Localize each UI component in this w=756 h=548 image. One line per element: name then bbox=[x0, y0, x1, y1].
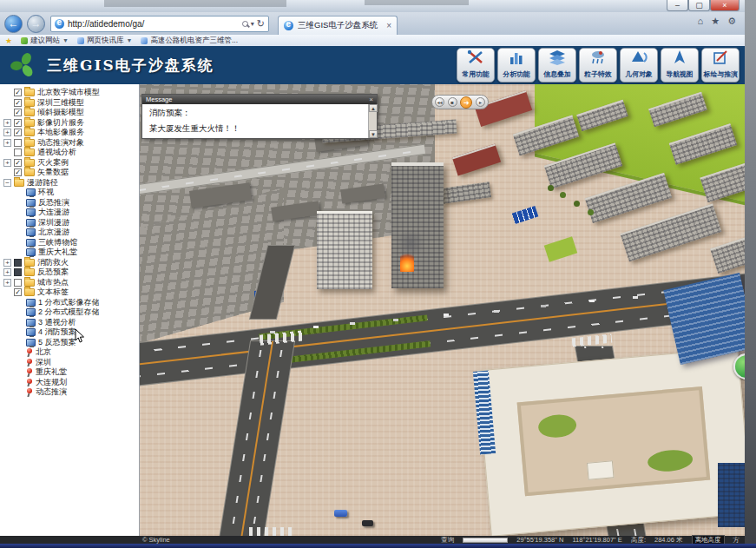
latitude-value: 29°55'19.358" N bbox=[516, 536, 563, 544]
message-scrollbar[interactable]: ▲ ▼ bbox=[368, 104, 377, 138]
browser-navbar: ← → http://atidedemo/ga/ ▾ ↻ 三维GIS电子沙盘系统… bbox=[0, 12, 745, 35]
back-button[interactable]: ← bbox=[4, 15, 23, 33]
tree-checkbox[interactable]: ✓ bbox=[14, 119, 22, 127]
map-viewport[interactable]: Message × 消防预案： 某大厦发生重大火情！！ ▲ ▼ ◂◂ ■ ➜ ▸ bbox=[140, 84, 745, 536]
folder-icon bbox=[24, 279, 35, 287]
add-favorite-icon[interactable]: ★ bbox=[5, 36, 12, 45]
url-text[interactable]: http://atidedemo/ga/ bbox=[68, 19, 239, 29]
stop-button[interactable]: ■ bbox=[448, 97, 457, 107]
tree-checkbox[interactable] bbox=[14, 279, 22, 287]
toolbar-button-常用功能[interactable]: 常用功能 bbox=[457, 48, 495, 83]
tree-item[interactable]: +消防救火 bbox=[0, 258, 139, 268]
tree-item[interactable]: 动态推演 bbox=[0, 387, 139, 398]
expand-icon[interactable]: + bbox=[3, 129, 11, 136]
rewind-button[interactable]: ◂◂ bbox=[435, 97, 444, 107]
refresh-icon[interactable]: ↻ bbox=[257, 18, 265, 30]
highrise-tower bbox=[391, 162, 444, 288]
forward-step-button[interactable]: ▸ bbox=[476, 97, 485, 107]
windows-taskbar[interactable] bbox=[0, 544, 756, 548]
toolbar-button-label: 信息叠加 bbox=[543, 69, 570, 79]
tree-checkbox[interactable]: ✓ bbox=[14, 109, 22, 116]
tab-close-icon[interactable]: × bbox=[386, 21, 391, 30]
home-icon[interactable]: ⌂ bbox=[698, 16, 704, 27]
play-button[interactable]: ➜ bbox=[460, 96, 472, 109]
tree-checkbox[interactable]: ✓ bbox=[14, 168, 22, 176]
layer-tree-panel[interactable]: ✓北京数字城市模型✓深圳三维模型✓倾斜摄影模型+✓影像切片服务+✓本地影像服务+… bbox=[0, 84, 140, 536]
tree-item[interactable]: ✓矢量数据 bbox=[0, 168, 139, 178]
message-close-icon[interactable]: × bbox=[369, 95, 373, 104]
navigation-icon bbox=[670, 50, 689, 69]
expand-icon[interactable]: + bbox=[3, 268, 11, 276]
folder-icon bbox=[24, 149, 35, 156]
forward-button[interactable]: → bbox=[27, 15, 45, 33]
tree-checkbox[interactable]: ✓ bbox=[14, 288, 22, 296]
collapse-icon[interactable]: − bbox=[3, 179, 11, 187]
minimize-button[interactable]: – bbox=[667, 0, 688, 11]
toolbar-button-几何对象[interactable]: 几何对象 bbox=[620, 48, 658, 83]
tree-item[interactable]: 大连漫游 bbox=[0, 208, 139, 218]
longitude-value: 118°21'19.807" E bbox=[572, 536, 621, 544]
tree-item[interactable]: +反恐预案 bbox=[0, 267, 139, 278]
scroll-down-icon[interactable]: ▼ bbox=[369, 130, 378, 138]
tree-checkbox[interactable] bbox=[14, 259, 22, 267]
traffic-cars bbox=[313, 326, 319, 328]
playback-control: ◂◂ ■ ➜ ▸ bbox=[431, 95, 489, 109]
favorite-item[interactable]: 建议网站▼ bbox=[21, 36, 69, 46]
solar-panels bbox=[512, 206, 539, 224]
toolbar-button-分析功能[interactable]: 分析功能 bbox=[497, 48, 536, 83]
tree-item[interactable]: 反恐推演 bbox=[0, 198, 139, 208]
toolbar-button-信息叠加[interactable]: 信息叠加 bbox=[538, 48, 576, 83]
toolbar-button-标绘与推演[interactable]: 标绘与推演 bbox=[701, 48, 740, 83]
tree-item[interactable]: 通视域分析 bbox=[0, 148, 139, 158]
tree-item[interactable]: +✓灭火案例 bbox=[0, 158, 139, 168]
tree-item[interactable]: −漫游路径 bbox=[0, 178, 139, 188]
expand-icon[interactable]: + bbox=[3, 159, 11, 167]
tree-checkbox[interactable] bbox=[14, 139, 22, 147]
toolbar-button-粒子特效[interactable]: 粒子特效 bbox=[579, 48, 617, 83]
scroll-up-icon[interactable]: ▲ bbox=[369, 104, 378, 112]
garden-patch bbox=[647, 448, 694, 472]
search-icon[interactable] bbox=[242, 21, 248, 27]
tree-checkbox[interactable]: ✓ bbox=[14, 89, 22, 96]
favorites-star-icon[interactable]: ★ bbox=[711, 16, 720, 27]
expand-icon[interactable]: + bbox=[3, 119, 11, 127]
tree-item[interactable]: 深圳漫游 bbox=[0, 218, 139, 228]
office-building bbox=[317, 211, 372, 289]
tree-item[interactable]: 深圳 bbox=[0, 358, 139, 368]
tree-checkbox[interactable]: ✓ bbox=[14, 129, 22, 136]
address-bar[interactable]: http://atidedemo/ga/ ▾ ↻ bbox=[50, 16, 269, 32]
tree-checkbox[interactable]: ✓ bbox=[14, 99, 22, 107]
tree-checkbox[interactable] bbox=[14, 268, 22, 276]
message-window[interactable]: Message × 消防预案： 某大厦发生重大火情！！ ▲ ▼ bbox=[141, 94, 378, 139]
expand-icon[interactable]: + bbox=[3, 139, 11, 147]
tree-checkbox[interactable] bbox=[14, 149, 22, 156]
inner-courtyard bbox=[517, 386, 711, 496]
tree-item[interactable]: 北京 bbox=[0, 347, 139, 358]
tree-item[interactable]: 重庆大礼堂 bbox=[0, 248, 139, 258]
toolbar-button-导航视图[interactable]: 导航视图 bbox=[661, 48, 699, 83]
maximize-button[interactable]: ▢ bbox=[688, 0, 710, 11]
settings-gear-icon[interactable]: ⚙ bbox=[727, 16, 736, 27]
favorite-item[interactable]: 高速公路机电资产三维管... bbox=[141, 36, 238, 46]
pin-icon bbox=[26, 368, 33, 376]
ie-page-icon bbox=[284, 21, 293, 30]
chevron-down-icon[interactable]: ▾ bbox=[251, 20, 254, 28]
tree-item[interactable]: 5 反恐预案 bbox=[0, 338, 139, 348]
expand-icon[interactable]: + bbox=[3, 259, 11, 267]
browser-titlebar[interactable]: – ▢ × bbox=[0, 0, 745, 12]
tree-item[interactable]: 大连规划 bbox=[0, 378, 139, 388]
message-titlebar[interactable]: Message × bbox=[142, 95, 377, 104]
tree-item[interactable]: 重庆礼堂 bbox=[0, 367, 139, 378]
page-icon bbox=[141, 37, 148, 44]
favorite-item[interactable]: 网页快讯库▼ bbox=[77, 36, 132, 46]
browser-tab[interactable]: 三维GIS电子沙盘系统 × bbox=[278, 16, 398, 35]
close-button[interactable]: × bbox=[710, 0, 740, 11]
folder-icon bbox=[24, 288, 35, 296]
tree-item[interactable]: +城市热点 bbox=[0, 278, 139, 288]
status-bar: © Skyline 查询 29°55'19.358" N 118°21'19.8… bbox=[0, 536, 745, 544]
crosswalk bbox=[572, 334, 613, 347]
expand-icon[interactable]: + bbox=[3, 279, 11, 287]
folder-icon bbox=[24, 89, 35, 96]
tree-checkbox[interactable]: ✓ bbox=[14, 159, 22, 167]
tree-item[interactable]: 环视 bbox=[0, 188, 139, 198]
